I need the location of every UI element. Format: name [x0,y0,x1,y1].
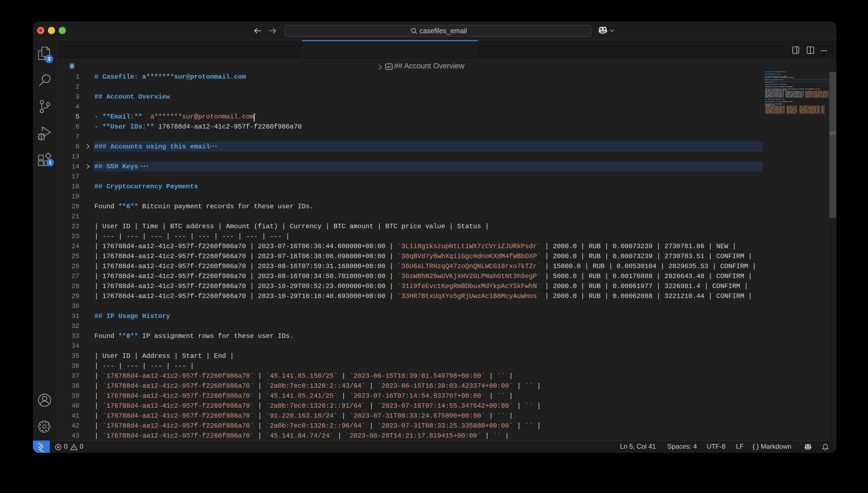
svg-text:abc: abc [386,65,391,68]
